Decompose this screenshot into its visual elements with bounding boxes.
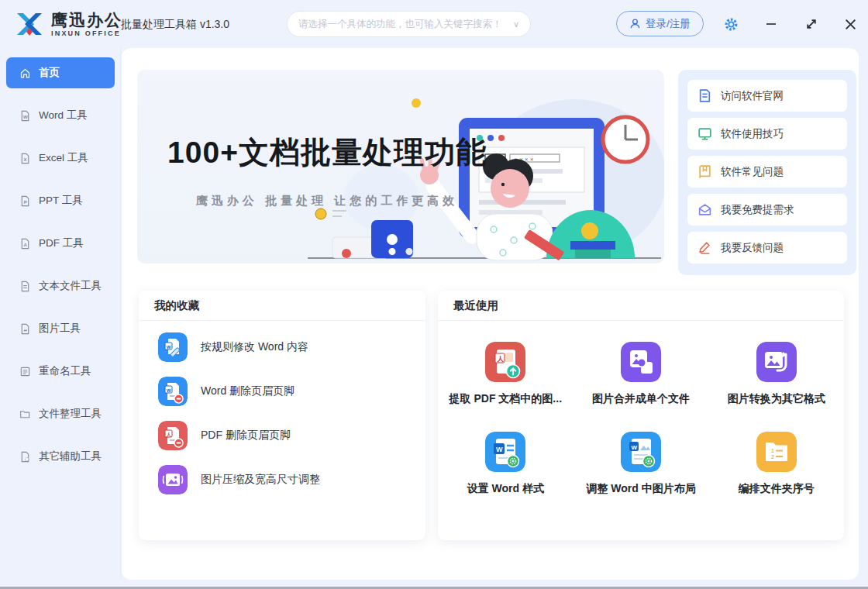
recent-image-merge[interactable]: 图片合并成单个文件: [574, 342, 709, 406]
mail-icon: [698, 202, 712, 217]
monitor-icon: [698, 126, 712, 141]
banner-carousel[interactable]: × × × ×: [137, 70, 664, 264]
sidebar-item-ppt-tools[interactable]: P PPT 工具: [6, 185, 115, 216]
favorites-card: 我的收藏 w 按规则修改 Word 内容: [139, 291, 425, 540]
favorites-title: 我的收藏: [139, 291, 425, 321]
banner-title: 100+文档批量处理功能: [160, 132, 494, 174]
app-logo: 鹰迅办公 INXUN OFFICE: [12, 7, 122, 41]
recent-folder-numbering[interactable]: 1 2 编排文件夹序号: [708, 432, 844, 496]
pencil-icon: [698, 240, 712, 255]
recent-pdf-extract-images[interactable]: 人 提取 PDF 文档中的图...: [438, 342, 574, 406]
folder-number-icon: 1 2: [756, 432, 797, 472]
user-icon: [629, 18, 641, 29]
sidebar-item-label: 首页: [39, 66, 60, 80]
sidebar-item-file-organize-tools[interactable]: 文件整理工具: [6, 398, 115, 429]
quick-links-panel: 访问软件官网 软件使用技巧 软件常见问题: [678, 70, 856, 275]
svg-text:w: w: [166, 388, 171, 393]
svg-text:W: W: [631, 444, 637, 451]
svg-text:w: w: [166, 344, 171, 350]
carousel-dot[interactable]: [406, 248, 413, 255]
sidebar-item-label: PDF 工具: [39, 236, 84, 250]
word-edit-icon: w: [158, 332, 188, 362]
svg-text:W: W: [23, 113, 28, 119]
recent-image-convert[interactable]: 图片转换为其它格式: [708, 342, 844, 406]
folder-icon: [19, 408, 31, 420]
pdf-extract-icon: 人: [485, 342, 525, 382]
recent-label: 提取 PDF 文档中的图...: [450, 392, 562, 406]
svg-text:X: X: [23, 156, 26, 161]
logo-x-icon: [12, 7, 46, 41]
sidebar-item-home[interactable]: 首页: [6, 57, 115, 88]
rename-icon: [19, 366, 31, 377]
sidebar: 首页 W Word 工具 X Excel 工具 P PPT 工具: [0, 48, 121, 580]
sidebar-item-image-tools[interactable]: 图片工具: [6, 313, 115, 344]
svg-text:A: A: [23, 241, 27, 246]
word-doc-icon: W: [19, 110, 31, 122]
logo-en-text: INXUN OFFICE: [51, 30, 122, 37]
recent-label: 设置 Word 样式: [467, 482, 544, 496]
text-doc-icon: [19, 281, 31, 292]
recent-word-style[interactable]: W 设置 Word 样式: [438, 432, 574, 496]
recent-card: 最近使用 人 提取 PDF 文档中的图...: [438, 291, 844, 540]
sidebar-item-other-tools[interactable]: 其它辅助工具: [6, 441, 115, 472]
recent-word-image-layout[interactable]: W 调整 Word 中图片布局: [574, 432, 709, 496]
favorite-word-edit-rules[interactable]: w 按规则修改 Word 内容: [158, 332, 425, 362]
maximize-restore-icon[interactable]: [803, 16, 820, 33]
link-usage-tips[interactable]: 软件使用技巧: [687, 118, 847, 150]
favorite-image-resize[interactable]: 图片压缩及宽高尺寸调整: [158, 465, 425, 494]
svg-text:2: 2: [771, 454, 774, 460]
svg-text:1: 1: [771, 448, 774, 453]
sidebar-item-pdf-tools[interactable]: A PDF 工具: [6, 228, 115, 259]
function-search-box[interactable]: ∨: [287, 11, 531, 37]
link-visit-website[interactable]: 访问软件官网: [687, 80, 847, 112]
logo-cn-text: 鹰迅办公: [51, 12, 122, 28]
login-register-label: 登录/注册: [646, 17, 691, 31]
sidebar-item-rename-tools[interactable]: 重命名工具: [6, 356, 115, 387]
carousel-dot[interactable]: [389, 248, 396, 255]
sidebar-item-label: 文本文件工具: [39, 279, 102, 293]
ppt-doc-icon: P: [19, 195, 31, 207]
carousel-dots: [389, 248, 413, 255]
app-title: 批量处理工具箱 v1.3.0: [121, 18, 229, 32]
settings-gear-icon[interactable]: [722, 16, 739, 33]
close-icon[interactable]: [842, 16, 859, 33]
link-feedback[interactable]: 我要反馈问题: [687, 232, 847, 264]
sidebar-item-text-file-tools[interactable]: 文本文件工具: [6, 270, 115, 301]
book-icon: [698, 164, 712, 179]
app-window: 鹰迅办公 INXUN OFFICE 批量处理工具箱 v1.3.0 ∨ 登录/注册: [0, 0, 868, 589]
misc-tools-icon: [19, 451, 31, 463]
banner-subtitle: 鹰迅办公 批量处理 让您的工作更高效: [160, 194, 494, 208]
sidebar-item-label: 重命名工具: [39, 364, 91, 378]
favorite-word-remove-header-footer[interactable]: w Word 删除页眉页脚: [158, 377, 425, 406]
sidebar-item-label: Excel 工具: [39, 151, 88, 165]
sidebar-item-label: Word 工具: [39, 108, 88, 122]
website-doc-icon: [698, 88, 712, 103]
search-input[interactable]: [298, 19, 508, 29]
quick-link-label: 访问软件官网: [721, 89, 784, 103]
favorite-label: 图片压缩及宽高尺寸调整: [201, 473, 320, 487]
favorite-label: 按规则修改 Word 内容: [201, 340, 308, 354]
favorite-label: PDF 删除页眉页脚: [201, 429, 291, 443]
sidebar-item-label: PPT 工具: [39, 194, 83, 208]
svg-text:W: W: [496, 446, 503, 453]
sidebar-item-word-tools[interactable]: W Word 工具: [6, 100, 115, 131]
sidebar-item-label: 其它辅助工具: [39, 450, 102, 463]
chevron-down-icon[interactable]: ∨: [513, 19, 519, 29]
recent-title: 最近使用: [438, 291, 844, 321]
image-merge-icon: [621, 342, 661, 382]
home-icon: [19, 67, 31, 79]
quick-link-label: 我要反馈问题: [721, 241, 784, 255]
link-faq[interactable]: 软件常见问题: [687, 156, 847, 188]
sidebar-item-excel-tools[interactable]: X Excel 工具: [6, 143, 115, 174]
login-register-button[interactable]: 登录/注册: [616, 11, 704, 36]
quick-link-label: 软件使用技巧: [721, 127, 784, 141]
minimize-icon[interactable]: [763, 16, 780, 33]
pdf-doc-icon: A: [19, 238, 31, 250]
main-panel: × × × ×: [122, 48, 859, 580]
word-image-layout-icon: W: [621, 432, 661, 472]
image-compress-icon: [158, 465, 188, 494]
favorite-pdf-remove-header-footer[interactable]: 人 PDF 删除页眉页脚: [158, 421, 425, 450]
svg-text:人: 人: [497, 355, 505, 363]
link-submit-request[interactable]: 我要免费提需求: [687, 194, 847, 226]
image-doc-icon: [19, 323, 31, 335]
